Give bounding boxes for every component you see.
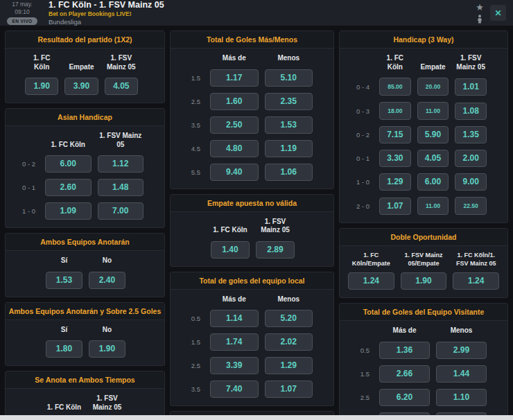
match-title: 1. FC Köln - 1. FSV Mainz 05 xyxy=(49,0,476,10)
odds-button[interactable]: 4.05 xyxy=(417,150,449,167)
odds-button[interactable]: 7.00 xyxy=(98,202,144,220)
odds-button[interactable]: 9.40 xyxy=(210,164,259,181)
market-title: Doble Oportunidad xyxy=(340,229,507,246)
odds-button[interactable]: 3.39 xyxy=(210,357,259,374)
header-actions: ★ ✕ xyxy=(476,3,506,24)
odds-button[interactable]: 1.24 xyxy=(453,272,499,290)
column-header: No xyxy=(89,256,125,265)
odds-button[interactable]: 2.00 xyxy=(455,150,487,167)
odds-button[interactable]: 9.00 xyxy=(455,173,487,191)
odds-button[interactable]: 2.35 xyxy=(265,93,313,110)
odds-button[interactable]: 1.01 xyxy=(455,78,487,96)
odds-button[interactable]: 2.02 xyxy=(265,333,313,351)
odds-button[interactable]: 20.00 xyxy=(417,78,449,96)
odds-button[interactable]: 18.00 xyxy=(379,102,411,120)
odds-button[interactable]: 2.89 xyxy=(256,241,295,259)
odds-button[interactable]: 1.09 xyxy=(45,202,92,220)
odds-grid: 1. FC Köln/Empate1.241. FSV Mainz 05/Emp… xyxy=(348,252,499,290)
odds-button[interactable]: 1.29 xyxy=(265,357,313,374)
odds-button[interactable]: 1.90 xyxy=(89,340,125,358)
odds-button[interactable]: 1.90 xyxy=(25,78,58,95)
odds-button[interactable]: 1.17 xyxy=(210,69,259,87)
odds-button[interactable]: 1.40 xyxy=(211,241,250,259)
player-stats-icon[interactable] xyxy=(476,15,483,24)
market-body: 1. FC Köln1. FSV Mainz 051.402.89 xyxy=(171,212,333,266)
odds-button[interactable]: 4.80 xyxy=(210,140,259,157)
column-header: Más de xyxy=(210,295,259,304)
odds-button[interactable]: 1.53 xyxy=(265,116,313,134)
odds-button[interactable]: 3.90 xyxy=(64,78,98,95)
odds-button[interactable]: 1.24 xyxy=(348,272,394,290)
selection-label: 1. FC Köln/Empate xyxy=(348,252,394,268)
odds-button[interactable]: 7.15 xyxy=(379,126,411,143)
column-header: 1. FSV Mainz 05 xyxy=(89,394,125,412)
odds-button[interactable]: 4.05 xyxy=(105,78,138,95)
odds-grid: Más deMenos0.51.145.201.51.742.022.53.39… xyxy=(176,295,313,399)
odds-button[interactable]: 3.30 xyxy=(379,150,411,167)
odds-button[interactable]: 1.35 xyxy=(455,126,487,143)
odds-grid: SíNo1.801.90 xyxy=(46,326,125,358)
row-label: 0 - 2 xyxy=(11,160,39,168)
odds-button[interactable]: 1.29 xyxy=(379,173,411,191)
odds-button[interactable]: 1.53 xyxy=(46,272,82,289)
odds-button[interactable]: 2.40 xyxy=(89,272,125,289)
column-header: Empate xyxy=(417,63,449,72)
column-header: Menos xyxy=(436,326,487,335)
odds-button[interactable]: 1.10 xyxy=(436,389,487,406)
column-header: 1. FC Köln xyxy=(46,403,82,412)
odds-button[interactable]: 11.00 xyxy=(417,197,449,215)
match-date: 17 may. 09:10 xyxy=(12,1,33,15)
column-header: 1. FSV Mainz 05 xyxy=(98,132,144,149)
promo-link[interactable]: Bet on Player Bookings LIVE! xyxy=(49,10,476,17)
column-header: 1. FC Köln xyxy=(211,226,250,235)
odds-button[interactable]: 1.74 xyxy=(210,333,259,351)
odds-button[interactable]: 1.12 xyxy=(98,155,144,173)
match-header: 17 may. 09:10 EN VIVO 1. FC Köln - 1. FS… xyxy=(0,0,513,26)
odds-button[interactable]: 1.07 xyxy=(265,380,313,398)
market-title: Ambos Equipos Anotarán y Sobre 2.5 Goles xyxy=(6,303,164,320)
odds-button[interactable]: 11.00 xyxy=(417,102,449,120)
row-label: 4.5 xyxy=(176,145,204,152)
markets-column-left: Resultado del partido (1X2)1. FC KölnEmp… xyxy=(5,30,165,420)
live-badge: EN VIVO xyxy=(7,17,37,25)
match-date-day: 17 may. xyxy=(12,1,33,8)
odds-button[interactable]: 1.90 xyxy=(401,272,447,290)
close-icon: ✕ xyxy=(494,8,501,18)
odds-button[interactable]: 6.00 xyxy=(45,155,92,173)
odds-button[interactable]: 5.10 xyxy=(265,69,313,87)
odds-button[interactable]: 2.99 xyxy=(436,342,487,359)
favorite-star-icon[interactable]: ★ xyxy=(476,3,484,12)
odds-button[interactable]: 5.90 xyxy=(417,126,449,143)
odds-button[interactable]: 1.07 xyxy=(379,198,411,215)
row-label: 1 - 0 xyxy=(345,178,373,186)
market-panel: Ambos Equipos AnotaránSíNo1.532.40 xyxy=(5,233,165,297)
odds-button[interactable]: 1.60 xyxy=(210,93,259,110)
odds-button[interactable]: 22.50 xyxy=(455,197,487,215)
odds-button[interactable]: 1.14 xyxy=(210,310,259,327)
odds-button[interactable]: 2.50 xyxy=(210,116,259,134)
odds-grid: 1. FC Köln1. FSV Mainz 050 - 26.001.120 … xyxy=(11,132,144,220)
odds-button[interactable]: 2.66 xyxy=(379,365,430,383)
odds-button[interactable]: 1.44 xyxy=(436,365,487,383)
market-title: Total de goles del equipo local xyxy=(171,272,333,290)
odds-button[interactable]: 1.08 xyxy=(455,103,487,120)
column-header: No xyxy=(89,326,125,335)
close-button[interactable]: ✕ xyxy=(490,5,506,21)
odds-button[interactable]: 1.19 xyxy=(265,140,313,157)
odds-button[interactable]: 1.48 xyxy=(98,179,144,196)
market-panel: Total de goles del equipo localMás deMen… xyxy=(170,272,334,407)
odds-grid: Más deMenos0.51.362.991.52.661.442.56.20… xyxy=(345,326,487,420)
odds-button[interactable]: 6.00 xyxy=(417,173,449,191)
column-header: Menos xyxy=(265,54,313,63)
odds-button[interactable]: 1.36 xyxy=(379,342,430,359)
odds-button[interactable]: 5.20 xyxy=(265,310,313,327)
odds-button[interactable]: 7.40 xyxy=(210,380,259,398)
markets-column-middle: Total de Goles Más/MenosMás deMenos1.51.… xyxy=(170,30,334,420)
market-body: 1. FC Köln1. FSV Mainz 050 - 26.001.120 … xyxy=(6,126,164,227)
odds-button[interactable]: 1.80 xyxy=(46,340,82,358)
odds-button[interactable]: 2.60 xyxy=(45,179,92,196)
odds-button[interactable]: 85.00 xyxy=(379,78,411,96)
row-label: 0.5 xyxy=(345,347,373,354)
odds-button[interactable]: 1.06 xyxy=(265,164,313,181)
odds-button[interactable]: 6.20 xyxy=(379,389,430,406)
